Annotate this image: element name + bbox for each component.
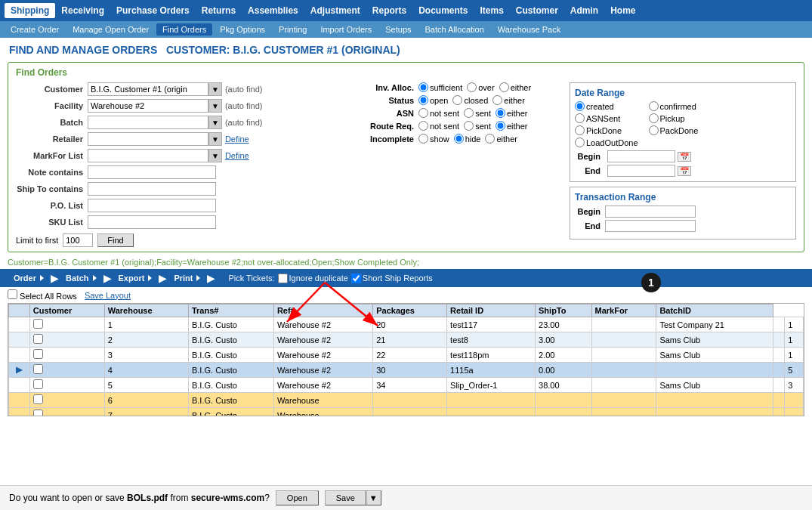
incomplete-hide[interactable] bbox=[454, 134, 464, 144]
subnav-warehouse-pack[interactable]: Warehouse Pack bbox=[492, 23, 567, 36]
facility-input[interactable] bbox=[88, 99, 208, 113]
retailer-define-link[interactable]: Define bbox=[225, 134, 249, 144]
incomplete-show[interactable] bbox=[418, 134, 428, 144]
col-checkbox bbox=[9, 304, 30, 317]
ignore-dup-checkbox[interactable] bbox=[278, 274, 288, 283]
limit-input[interactable] bbox=[63, 233, 93, 247]
export-button[interactable]: Export bbox=[113, 271, 159, 285]
customer-dropdown-btn[interactable]: ▼ bbox=[208, 82, 222, 96]
nav-shipping[interactable]: Shipping bbox=[5, 3, 55, 18]
subnav-batch-allocation[interactable]: Batch Allocation bbox=[419, 23, 490, 36]
date-begin-input[interactable] bbox=[607, 150, 675, 162]
markfor-input[interactable] bbox=[88, 149, 208, 162]
table-row[interactable]: 7B.I.G. CustoWarehouse bbox=[9, 408, 804, 416]
select-all-checkbox[interactable] bbox=[8, 289, 17, 299]
date-confirmed[interactable] bbox=[649, 101, 659, 111]
subnav-find-orders[interactable]: Find Orders bbox=[156, 23, 212, 36]
table-row[interactable]: 5B.I.G. CustoWarehouse #234Slip_Order-13… bbox=[9, 378, 804, 393]
nav-adjustment[interactable]: Adjustment bbox=[304, 3, 366, 18]
nav-receiving[interactable]: Receiving bbox=[55, 3, 110, 18]
nav-items[interactable]: Items bbox=[474, 3, 509, 18]
row-batch: 1 bbox=[785, 348, 804, 363]
batch-button[interactable]: Batch bbox=[60, 271, 103, 285]
row-retail-id bbox=[591, 348, 656, 363]
asn-not-sent[interactable] bbox=[418, 108, 428, 118]
short-ship-checkbox[interactable] bbox=[351, 274, 361, 283]
date-loadoutdone[interactable] bbox=[575, 138, 585, 147]
date-pickdone[interactable] bbox=[575, 125, 585, 135]
row-select-checkbox[interactable] bbox=[33, 364, 43, 374]
subnav-printing[interactable]: Printing bbox=[273, 23, 313, 36]
retailer-input[interactable] bbox=[88, 132, 208, 146]
order-button[interactable]: Order bbox=[8, 271, 50, 285]
row-checkbox-cell bbox=[29, 317, 104, 332]
row-select-checkbox[interactable] bbox=[33, 394, 43, 404]
subnav-create-order[interactable]: Create Order bbox=[5, 23, 65, 36]
row-select-checkbox[interactable] bbox=[33, 334, 43, 344]
table-row[interactable]: ▶4B.I.G. CustoWarehouse #2301115a0.005 bbox=[9, 363, 804, 378]
incomplete-either[interactable] bbox=[485, 134, 495, 144]
status-open[interactable] bbox=[418, 95, 428, 105]
shipto-input[interactable] bbox=[88, 182, 216, 196]
route-req-sent[interactable] bbox=[464, 121, 474, 131]
nav-documents[interactable]: Documents bbox=[412, 3, 474, 18]
inv-alloc-sufficient[interactable] bbox=[418, 82, 428, 92]
table-scroll[interactable]: Customer Warehouse Trans# Ref# Packages … bbox=[8, 304, 804, 416]
print-button[interactable]: Print bbox=[168, 271, 206, 285]
find-button[interactable]: Find bbox=[97, 233, 133, 247]
download-open-button[interactable]: Open bbox=[276, 490, 319, 505]
subnav-import-orders[interactable]: Import Orders bbox=[314, 23, 378, 36]
inv-alloc-over[interactable] bbox=[467, 82, 477, 92]
po-input[interactable] bbox=[88, 199, 216, 212]
batch-dropdown-btn[interactable]: ▼ bbox=[208, 116, 222, 129]
note-input[interactable] bbox=[88, 165, 216, 179]
markfor-dropdown-btn[interactable]: ▼ bbox=[208, 149, 222, 162]
asn-either[interactable] bbox=[496, 108, 505, 118]
asn-sent[interactable] bbox=[464, 108, 474, 118]
row-select-checkbox[interactable] bbox=[33, 349, 43, 359]
subnav-pkg-options[interactable]: Pkg Options bbox=[214, 23, 271, 36]
table-row[interactable]: 2B.I.G. CustoWarehouse #221test83.00Sams… bbox=[9, 332, 804, 348]
nav-home[interactable]: Home bbox=[604, 3, 641, 18]
nav-assemblies[interactable]: Assemblies bbox=[242, 3, 304, 18]
col-shipto: ShipTo bbox=[536, 304, 592, 317]
date-end-calendar-icon[interactable]: 📅 bbox=[678, 166, 691, 176]
nav-purchase-orders[interactable]: Purchase Orders bbox=[110, 3, 196, 18]
date-pickup[interactable] bbox=[649, 113, 659, 123]
row-select-checkbox[interactable] bbox=[33, 379, 43, 389]
inv-alloc-either[interactable] bbox=[499, 82, 509, 92]
table-row[interactable]: 1B.I.G. CustoWarehouse #220test11723.00T… bbox=[9, 317, 804, 332]
subnav-setups[interactable]: Setups bbox=[379, 23, 417, 36]
trans-begin-input[interactable] bbox=[605, 206, 696, 218]
asn-label: ASN bbox=[358, 109, 418, 118]
download-save-button[interactable]: Save bbox=[325, 490, 366, 505]
customer-input[interactable] bbox=[88, 82, 208, 96]
nav-customer[interactable]: Customer bbox=[510, 3, 564, 18]
status-either[interactable] bbox=[492, 95, 502, 105]
table-row[interactable]: 6B.I.G. CustoWarehouse bbox=[9, 393, 804, 408]
nav-returns[interactable]: Returns bbox=[196, 3, 242, 18]
row-trans bbox=[373, 408, 447, 416]
markfor-define-link[interactable]: Define bbox=[225, 151, 249, 160]
download-save-dropdown[interactable]: ▼ bbox=[366, 490, 381, 505]
date-asnsent[interactable] bbox=[575, 113, 585, 123]
row-select-checkbox[interactable] bbox=[33, 319, 43, 329]
date-created[interactable] bbox=[575, 101, 585, 111]
facility-dropdown-btn[interactable]: ▼ bbox=[208, 99, 222, 113]
sku-input[interactable] bbox=[88, 215, 216, 229]
date-end-input[interactable] bbox=[607, 165, 675, 177]
route-req-either[interactable] bbox=[496, 121, 505, 131]
table-row[interactable]: 3B.I.G. CustoWarehouse #222test118pm2.00… bbox=[9, 348, 804, 363]
subnav-manage-open-order[interactable]: Manage Open Order bbox=[66, 23, 155, 36]
date-begin-calendar-icon[interactable]: 📅 bbox=[678, 152, 691, 162]
status-closed[interactable] bbox=[452, 95, 462, 105]
save-layout-link[interactable]: Save Layout bbox=[85, 291, 131, 300]
batch-input[interactable] bbox=[88, 116, 208, 129]
retailer-dropdown-btn[interactable]: ▼ bbox=[208, 132, 222, 146]
date-packdone[interactable] bbox=[649, 125, 659, 135]
route-req-not-sent[interactable] bbox=[418, 121, 428, 131]
nav-reports[interactable]: Reports bbox=[366, 3, 412, 18]
nav-admin[interactable]: Admin bbox=[564, 3, 604, 18]
row-select-checkbox[interactable] bbox=[33, 410, 43, 416]
trans-end-input[interactable] bbox=[605, 220, 696, 232]
